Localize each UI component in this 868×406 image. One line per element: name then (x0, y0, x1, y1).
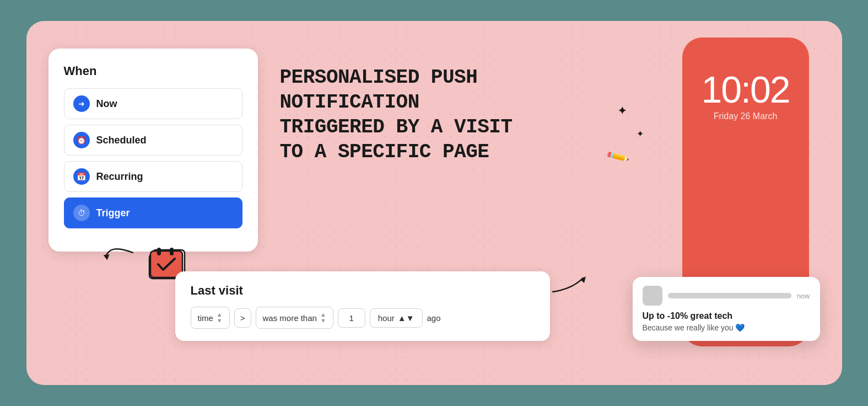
notification-card: now Up to -10% great tech Because we rea… (633, 277, 820, 341)
option-trigger[interactable]: ⏱ Trigger (64, 197, 242, 228)
notif-title: Up to -10% great tech (643, 311, 810, 321)
option-now-label: Now (96, 98, 117, 110)
option-scheduled-label: Scheduled (96, 135, 147, 146)
ago-label: ago (427, 313, 441, 323)
number-field[interactable]: 1 (338, 308, 365, 328)
now-icon: ➜ (73, 95, 90, 112)
headline-block: PERSONALISED PUSH NOTIFICATION TRIGGERED… (280, 65, 544, 164)
option-scheduled[interactable]: ⏰ Scheduled (64, 125, 242, 156)
notif-header: now (643, 286, 810, 306)
number-value: 1 (349, 313, 354, 323)
unit-arrows-icon: ▲▼ (398, 313, 414, 323)
option-trigger-label: Trigger (96, 207, 130, 219)
condition-label: was more than (263, 313, 317, 323)
star-icon-1: ✦ (617, 104, 627, 118)
svg-marker-5 (102, 253, 109, 260)
last-visit-title: Last visit (191, 284, 535, 298)
unit-label: hour (378, 313, 395, 323)
condition-arrows-icon: ▲▼ (320, 312, 326, 324)
operator-select[interactable]: > (234, 308, 251, 328)
main-container: When ➜ Now ⏰ Scheduled 📅 Recurring ⏱ Tri… (26, 21, 842, 385)
trigger-icon: ⏱ (73, 205, 90, 221)
option-recurring[interactable]: 📅 Recurring (64, 161, 242, 192)
recurring-icon: 📅 (73, 168, 90, 185)
scheduled-icon: ⏰ (73, 132, 90, 148)
notif-body: Because we really like you 💙 (643, 323, 810, 332)
last-visit-card: Last visit time ▲▼ > was more than ▲▼ 1 … (175, 271, 550, 341)
phone-time: 10:02 (701, 71, 789, 108)
filter-row: time ▲▼ > was more than ▲▼ 1 hour ▲▼ ago (191, 307, 535, 329)
notif-time: now (797, 292, 810, 300)
time-arrows-icon: ▲▼ (217, 312, 223, 324)
condition-select[interactable]: was more than ▲▼ (256, 307, 333, 329)
phone-container: 10:02 Friday 26 March now Up to -10% gre… (655, 38, 820, 368)
notif-avatar (643, 286, 662, 306)
arrow-right-icon (550, 270, 594, 300)
svg-rect-3 (157, 248, 161, 255)
when-card: When ➜ Now ⏰ Scheduled 📅 Recurring ⏱ Tri… (48, 49, 258, 252)
time-field-select[interactable]: time ▲▼ (191, 307, 230, 329)
notif-app-name (668, 293, 791, 298)
time-field-label: time (198, 313, 213, 323)
unit-select[interactable]: hour ▲▼ (370, 308, 423, 328)
option-recurring-label: Recurring (96, 171, 143, 183)
star-icon-2: ✦ (637, 129, 644, 139)
operator-label: > (240, 313, 245, 323)
when-title: When (64, 64, 242, 78)
pencil-icon: ✏️ (605, 144, 630, 169)
phone-date: Friday 26 March (714, 111, 778, 121)
svg-rect-4 (170, 248, 174, 255)
option-now[interactable]: ➜ Now (64, 88, 242, 119)
headline-text: PERSONALISED PUSH NOTIFICATION TRIGGERED… (280, 65, 544, 164)
